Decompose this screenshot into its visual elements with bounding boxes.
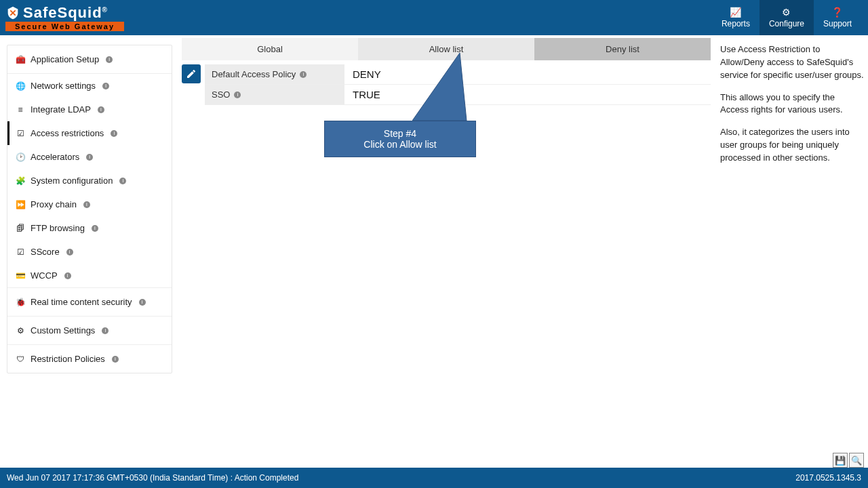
info-icon: i (139, 299, 146, 306)
nav-configure[interactable]: ⚙ Configure (760, 0, 814, 35)
policy-value: DENY (344, 64, 711, 84)
bug-icon: 🐞 (16, 298, 25, 307)
help-text: Also, it categorizes the users into user… (720, 126, 864, 165)
sidebar-app-setup[interactable]: 🧰 Application Setup i (7, 45, 172, 73)
info-icon: i (92, 225, 98, 232)
shield-icon: 🛡 (16, 354, 25, 364)
status-text: Wed Jun 07 2017 17:17:36 GMT+0530 (India… (7, 473, 298, 483)
search-button[interactable]: 🔍 (849, 453, 864, 468)
info-icon: i (64, 272, 71, 279)
edit-icon (186, 68, 197, 79)
logo-text: SafeSquid® (23, 4, 108, 22)
info-icon: i (102, 83, 109, 89)
policy-label: SSO (212, 89, 230, 100)
sliders-icon: ⚙ (16, 326, 25, 336)
header-nav: 📈 Reports ⚙ Configure ❓ Support (712, 0, 861, 35)
nav-label: Support (823, 19, 852, 28)
check-icon: ☑ (16, 247, 25, 257)
footer-icons: 💾 🔍 (833, 453, 864, 468)
nav-support[interactable]: ❓ Support (814, 0, 861, 35)
sidebar: 🧰 Application Setup i 🌐Network settingsi… (0, 35, 172, 468)
sidebar-sysconf[interactable]: 🧩System configurationi (7, 169, 172, 192)
nav-reports[interactable]: 📈 Reports (712, 0, 760, 35)
info-icon: i (234, 92, 241, 98)
nav-label: Reports (722, 19, 750, 28)
card-icon: 💳 (16, 271, 25, 281)
policy-label: Default Access Policy (212, 69, 296, 79)
sidebar-label: Real time content security (31, 297, 132, 307)
help-text: This allows you to specify the Access ri… (720, 92, 864, 117)
info-icon: i (66, 249, 73, 256)
callout-arrow-icon (412, 53, 480, 127)
sidebar-label: Restriction Policies (31, 354, 105, 364)
globe-icon: 🌐 (16, 81, 25, 91)
sidebar-network[interactable]: 🌐Network settingsi (7, 74, 172, 98)
sidebar-label: Integrate LDAP (31, 104, 91, 115)
sidebar-accel[interactable]: 🕑Acceleratorsi (7, 145, 172, 169)
help-panel: Use Access Restriction to Allow/Deny acc… (711, 38, 868, 468)
sidebar-label: Access restrictions (31, 128, 104, 138)
sidebar-ftp[interactable]: 🗐FTP browsingi (7, 216, 172, 240)
sidebar-proxy[interactable]: ⏩Proxy chaini (7, 192, 172, 216)
logo-subtitle: Secure Web Gateway (5, 22, 124, 31)
list-icon: ≡ (16, 105, 25, 115)
logo-icon (5, 5, 20, 20)
chart-icon: 📈 (730, 7, 741, 18)
info-icon: i (300, 71, 307, 78)
version-text: 2017.0525.1345.3 (795, 473, 861, 483)
callout-line1: Step #4 (330, 128, 470, 139)
svg-marker-0 (412, 53, 467, 121)
sidebar-label: SScore (31, 247, 60, 257)
help-icon: ❓ (831, 7, 843, 18)
policy-value: TRUE (344, 85, 711, 104)
logo-block: SafeSquid® Secure Web Gateway (5, 4, 124, 31)
sidebar-label: WCCP (31, 270, 58, 281)
nav-label: Configure (769, 19, 804, 28)
info-icon: i (119, 178, 126, 184)
info-icon: i (102, 327, 108, 334)
callout-line2: Click on Allow list (330, 139, 470, 150)
tab-global[interactable]: Global (182, 38, 358, 60)
sidebar-label: Proxy chain (31, 199, 77, 209)
sidebar-label: Application Setup (31, 54, 99, 64)
app-header: SafeSquid® Secure Web Gateway 📈 Reports … (0, 0, 868, 35)
help-text: Use Access Restriction to Allow/Deny acc… (720, 43, 864, 82)
puzzle-icon: 🧩 (16, 176, 25, 186)
gauge-icon: 🕑 (16, 152, 25, 162)
info-icon: i (98, 106, 104, 113)
sidebar-wccp[interactable]: 💳WCCPi (7, 264, 172, 287)
forward-icon: ⏩ (16, 200, 25, 209)
sidebar-label: Custom Settings (31, 325, 95, 336)
sidebar-sscore[interactable]: ☑SScorei (7, 240, 172, 264)
info-icon: i (86, 154, 93, 161)
sidebar-label: System configuration (31, 176, 113, 186)
sidebar-label: FTP browsing (31, 223, 85, 233)
footer-bar: Wed Jun 07 2017 17:17:36 GMT+0530 (India… (0, 468, 868, 488)
info-icon: i (111, 130, 117, 137)
sidebar-ldap[interactable]: ≡Integrate LDAPi (7, 98, 172, 121)
copy-icon: 🗐 (16, 224, 25, 233)
content-area: Global Allow list Deny list Default Acce… (172, 35, 868, 468)
check-icon: ☑ (16, 129, 25, 138)
cogs-icon: ⚙ (782, 7, 791, 18)
briefcase-icon: 🧰 (16, 55, 25, 64)
info-icon: i (106, 56, 113, 63)
sidebar-label: Accelerators (31, 152, 79, 162)
sidebar-access[interactable]: ☑Access restrictionsi (7, 121, 172, 145)
info-icon: i (83, 201, 90, 208)
tab-deny[interactable]: Deny list (534, 38, 711, 60)
sidebar-custom[interactable]: ⚙Custom Settingsi (7, 317, 172, 344)
edit-button[interactable] (182, 64, 201, 83)
save-button[interactable]: 💾 (833, 453, 848, 468)
sidebar-realtime[interactable]: 🐞Real time content securityi (7, 288, 172, 316)
sidebar-restrict[interactable]: 🛡Restriction Policiesi (7, 345, 172, 373)
info-icon: i (112, 356, 119, 363)
sidebar-label: Network settings (31, 81, 96, 91)
